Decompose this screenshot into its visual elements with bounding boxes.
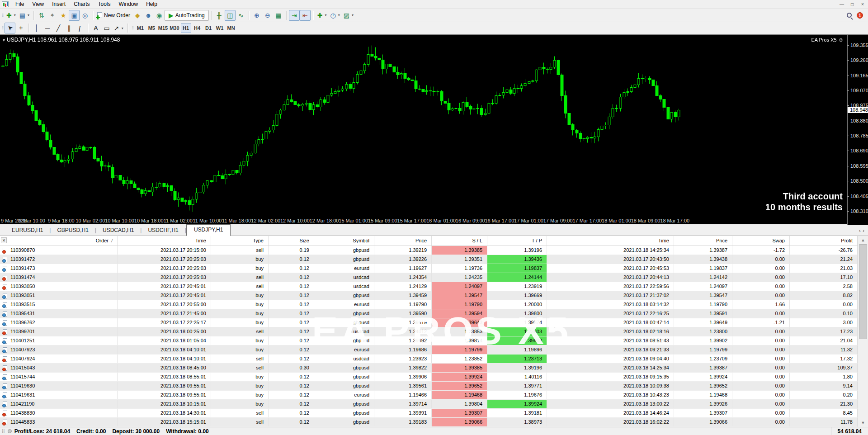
toolbar-grip[interactable]: ⁞⁞ <box>2 14 3 17</box>
pointer-tool-icon[interactable]: ➤ <box>5 23 15 33</box>
crosshair-tool-icon[interactable]: ＋ <box>15 23 26 33</box>
experts-icon[interactable]: ☻ <box>143 10 154 21</box>
text-tool-icon[interactable]: A <box>90 23 101 33</box>
timeframe-m1-button[interactable]: M1 <box>135 24 146 33</box>
order-row-110390870[interactable]: 1103908702021.03.17 20:15:00sell0.19gbpu… <box>0 246 868 255</box>
chart-shift-icon[interactable]: ⇥ <box>289 10 300 21</box>
order-row-110419630[interactable]: 1104196302021.03.18 09:55:01buy0.12gbpus… <box>0 382 868 391</box>
dropdown-arrow-icon[interactable]: ▾ <box>122 26 123 30</box>
menu-item-tools[interactable]: Tools <box>94 0 115 8</box>
profiles-icon[interactable]: ▤▾ <box>18 10 31 21</box>
metaeditor-icon[interactable]: ◆ <box>132 10 143 21</box>
order-row-110391472[interactable]: 1103914722021.03.17 20:25:03buy0.12gbpus… <box>0 255 868 264</box>
order-row-110393050[interactable]: 1103930502021.03.17 20:45:01sell0.12usdc… <box>0 282 868 291</box>
order-row-110399701[interactable]: 1103997012021.03.18 00:25:00sell0.12usdc… <box>0 327 868 336</box>
header-time-1[interactable]: Time <box>118 236 211 246</box>
zoom-in-icon[interactable]: ⊕ <box>251 10 262 21</box>
horizontal-line-tool-icon[interactable]: ─ <box>42 23 53 33</box>
chart-menu-icon[interactable]: ▾ <box>3 38 5 43</box>
timeframe-w1-button[interactable]: W1 <box>215 24 225 33</box>
order-row-110419631[interactable]: 1104196312021.03.18 09:55:01buy0.12eurus… <box>0 391 868 400</box>
timeframe-h1-button[interactable]: H1 <box>181 24 191 33</box>
notification-icon[interactable]: 1 <box>854 10 865 21</box>
menu-item-file[interactable]: File <box>11 0 28 8</box>
market-watch-icon[interactable]: ⇅ <box>36 10 47 21</box>
indicators-icon[interactable]: ✚▾ <box>316 10 329 21</box>
data-window-icon[interactable]: ⌖ <box>47 10 58 21</box>
candlestick-chart[interactable] <box>0 35 847 218</box>
toolbar-grip3[interactable]: ⁞⁞ <box>132 26 133 30</box>
search-icon[interactable] <box>844 10 854 21</box>
restore-button[interactable]: □ <box>847 1 857 8</box>
periods-icon[interactable]: ◷▾ <box>329 10 342 21</box>
header-size-3[interactable]: Size <box>269 236 314 246</box>
order-row-110391474[interactable]: 1103914742021.03.17 20:25:03sell0.12usdc… <box>0 273 868 282</box>
chart-tab-eurusd-h1[interactable]: EURUSD,H1 <box>5 225 49 236</box>
scrollbar-thumb[interactable] <box>859 244 867 339</box>
line-chart-mode-icon[interactable]: ∿ <box>236 10 246 21</box>
order-row-110445833[interactable]: 1104458332021.03.18 15:15:01sell0.12gbpu… <box>0 418 868 427</box>
chart-tab-gbpusd-h1[interactable]: GBPUSD,H1 <box>51 225 94 236</box>
bar-chart-mode-icon[interactable]: ╫ <box>214 10 225 21</box>
scroll-up-icon[interactable]: ▲ <box>858 236 868 244</box>
timeframe-m30-button[interactable]: M30 <box>169 24 179 33</box>
time-axis[interactable]: 9 Mar 20219 Mar 10:009 Mar 18:0010 Mar 0… <box>0 217 847 224</box>
tile-windows-icon[interactable]: ▦ <box>273 10 284 21</box>
header-price-9[interactable]: Price <box>674 236 732 246</box>
price-axis[interactable]: 109.355109.260109.165109.070108.975108.8… <box>847 35 868 225</box>
zoom-out-icon[interactable]: ⊖ <box>262 10 273 21</box>
fibonacci-tool-icon[interactable]: ƒ <box>75 23 85 33</box>
trendline-tool-icon[interactable]: ╱ <box>53 23 64 33</box>
strategy-tester-icon[interactable]: ◎ <box>80 10 90 21</box>
header-order-0[interactable]: Order/ <box>0 236 118 246</box>
order-row-110396762[interactable]: 1103967622021.03.17 22:25:17buy0.12gbpus… <box>0 318 868 327</box>
chart-tab-usdchf-h1[interactable]: USDCHF,H1 <box>142 225 184 236</box>
vertical-line-tool-icon[interactable]: │ <box>31 23 42 33</box>
dropdown-arrow-icon[interactable]: ▾ <box>28 13 29 17</box>
chart-tab-usdjpy-h1[interactable]: USDJPY,H1 <box>186 224 231 236</box>
menu-item-window[interactable]: Window <box>115 0 142 8</box>
toolbar-grip2[interactable]: ⁞⁞ <box>2 26 3 30</box>
dropdown-arrow-icon[interactable]: ▾ <box>325 13 326 17</box>
order-row-110415744[interactable]: 1104157442021.03.18 08:55:01buy0.12gbpus… <box>0 373 868 382</box>
header-time-8[interactable]: Time <box>547 236 674 246</box>
order-row-110415043[interactable]: 1104150432021.03.18 08:45:00sell0.30gbpu… <box>0 364 868 373</box>
timeframe-h4-button[interactable]: H4 <box>192 24 203 33</box>
header-symbol-4[interactable]: Symbol <box>314 236 374 246</box>
templates-icon[interactable]: ▨▾ <box>342 10 355 21</box>
header-swap-10[interactable]: Swap <box>732 236 790 246</box>
order-row-110391473[interactable]: 1103914732021.03.17 20:25:03buy0.12eurus… <box>0 264 868 273</box>
order-row-110407923[interactable]: 1104079232021.03.18 04:10:01buy0.12eurus… <box>0 345 868 355</box>
close-button[interactable]: × <box>858 1 868 8</box>
scroll-down-icon[interactable]: ▼ <box>858 419 868 427</box>
channel-tool-icon[interactable]: ∥ <box>64 23 75 33</box>
candlestick-mode-icon[interactable]: ◫ <box>225 10 236 21</box>
order-row-110407924[interactable]: 1104079242021.03.18 04:10:01sell0.12usdc… <box>0 355 868 364</box>
new-chart-icon[interactable]: ✚▾ <box>5 10 18 21</box>
timeframe-m5-button[interactable]: M5 <box>146 24 157 33</box>
menu-item-charts[interactable]: Charts <box>70 0 94 8</box>
shapes-tool-icon[interactable]: ➚▾ <box>112 23 125 33</box>
chart-autoscroll-icon[interactable]: ⇤ <box>300 10 311 21</box>
dropdown-arrow-icon[interactable]: ▾ <box>14 13 16 17</box>
label-tool-icon[interactable]: ▭ <box>101 23 112 33</box>
order-row-110438830[interactable]: 1104388302021.03.18 14:30:01sell0.12gbpu… <box>0 409 868 418</box>
minimize-button[interactable]: — <box>837 1 847 8</box>
dropdown-arrow-icon[interactable]: ▾ <box>352 13 354 17</box>
signals-icon[interactable]: ◉ <box>154 10 165 21</box>
order-row-110421190[interactable]: 1104211902021.03.18 10:15:01buy0.12gbpus… <box>0 400 868 409</box>
chart-symbol-title[interactable]: ▾USDJPY,H1 108.961 108.975 108.911 108.9… <box>3 37 120 43</box>
navigator-icon[interactable]: ★ <box>58 10 69 21</box>
timeframe-m15-button[interactable]: M15 <box>158 24 168 33</box>
chart-tab-usdcad-h1[interactable]: USDCAD,H1 <box>96 225 140 236</box>
close-terminal-button[interactable]: ✕ <box>1 237 7 243</box>
header-profit-11[interactable]: Profit <box>790 236 858 246</box>
terminal-icon[interactable]: ▣ <box>69 10 80 21</box>
header-tp-7[interactable]: T / P <box>487 236 547 246</box>
order-row-110393051[interactable]: 1103930512021.03.17 20:45:01buy0.12gbpus… <box>0 291 868 300</box>
header-type-2[interactable]: Type <box>211 236 269 246</box>
order-row-110395431[interactable]: 1103954312021.03.17 21:45:00buy0.12gbpus… <box>0 309 868 318</box>
vertical-scrollbar[interactable]: ▲ ▼ <box>858 236 868 427</box>
order-row-110401251[interactable]: 1104012512021.03.18 01:05:04buy0.12gbpus… <box>0 336 868 345</box>
header-price-5[interactable]: Price <box>374 236 432 246</box>
